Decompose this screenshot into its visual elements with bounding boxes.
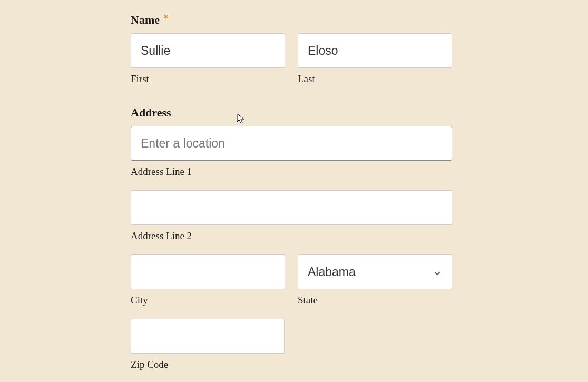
city-sublabel: City (131, 295, 285, 306)
first-name-input[interactable] (131, 33, 285, 68)
state-select-value: Alabama (308, 265, 433, 279)
form-container: Name * First Last Address Address Line 1… (131, 13, 452, 370)
state-select[interactable]: Alabama (298, 254, 452, 289)
address-line1-sublabel: Address Line 1 (131, 166, 452, 178)
last-name-input[interactable] (298, 33, 452, 68)
city-field: City (131, 254, 285, 306)
name-label-text: Name (131, 13, 160, 26)
chevron-down-icon (433, 267, 442, 277)
address-line1-input[interactable] (131, 126, 452, 161)
first-name-sublabel: First (131, 73, 285, 85)
state-field: Alabama State (298, 254, 452, 306)
required-asterisk: * (163, 13, 168, 24)
address-line2-field: Address Line 2 (131, 190, 452, 242)
city-input[interactable] (131, 254, 285, 289)
zip-field: Zip Code (131, 319, 285, 370)
name-row: First Last (131, 33, 452, 85)
first-name-field: First (131, 33, 285, 85)
address-line2-sublabel: Address Line 2 (131, 230, 452, 242)
zip-input[interactable] (131, 319, 285, 354)
city-state-row: City Alabama State (131, 254, 452, 306)
last-name-field: Last (298, 33, 452, 85)
address-line2-input[interactable] (131, 190, 452, 225)
last-name-sublabel: Last (298, 73, 452, 85)
address-section-label: Address (131, 106, 452, 120)
name-section-label: Name * (131, 13, 452, 27)
zip-sublabel: Zip Code (131, 359, 285, 370)
address-line1-field: Address Line 1 (131, 126, 452, 178)
state-sublabel: State (298, 295, 452, 306)
